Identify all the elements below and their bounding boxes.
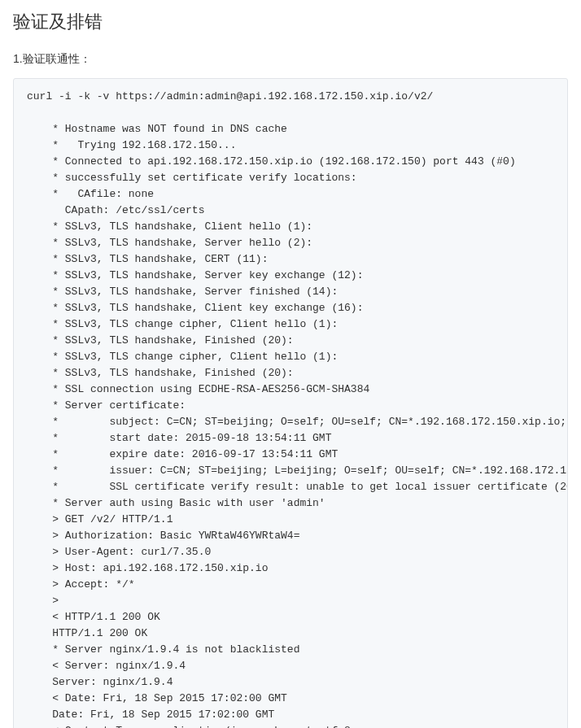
code-block: curl -i -k -v https://admin:admin@api.19… (13, 78, 568, 728)
step-label: 1.验证联通性： (13, 52, 568, 67)
section-heading: 验证及排错 (13, 10, 568, 34)
